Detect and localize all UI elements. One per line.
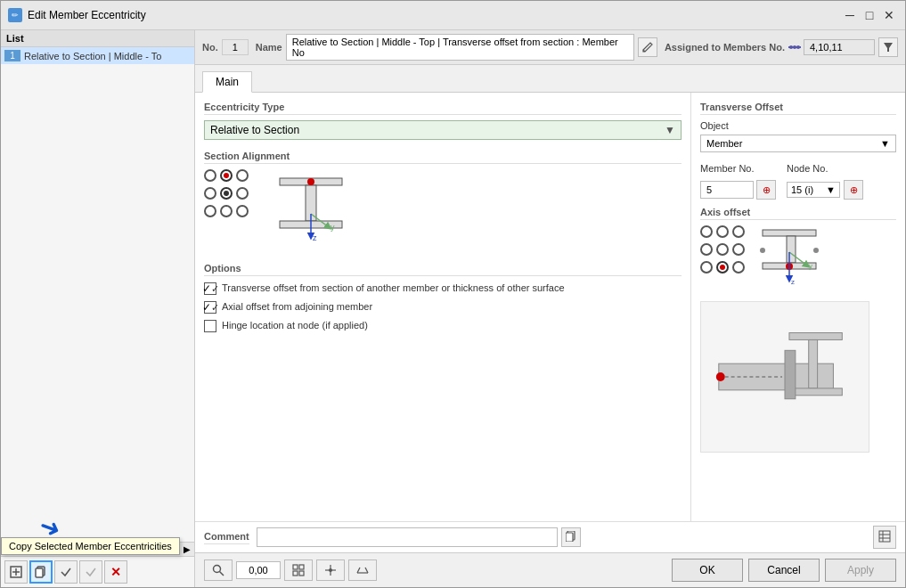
maximize-button[interactable]: □	[861, 6, 878, 24]
svg-rect-32	[785, 350, 796, 398]
checkbox-1[interactable]: ✓	[204, 282, 216, 295]
eccentricity-type-group: Eccentricity Type Relative to Section ▼	[204, 102, 682, 140]
check-button[interactable]	[54, 560, 78, 584]
radio-top-left[interactable]	[204, 169, 216, 182]
radio-bot-center[interactable]	[220, 205, 233, 217]
section-alignment-controls: y z	[204, 169, 682, 252]
axis-radio-mc[interactable]	[716, 243, 729, 256]
svg-rect-29	[789, 333, 842, 340]
object-dropdown[interactable]: Member ▼	[700, 135, 896, 152]
no-label: No.	[202, 42, 218, 53]
list-item[interactable]: 1 Relative to Section | Middle - To	[1, 47, 194, 64]
assigned-input[interactable]: 4,10,11	[804, 39, 875, 55]
comment-copy-button[interactable]	[561, 527, 581, 547]
radio-mid-left[interactable]	[204, 187, 216, 200]
cancel-button[interactable]: Cancel	[748, 559, 820, 582]
checkbox-label-2: Axial offset from adjoining member	[222, 300, 372, 313]
assigned-filter-button[interactable]	[878, 37, 898, 57]
member-no-input[interactable]	[700, 181, 754, 199]
radio-bot-right[interactable]	[236, 205, 249, 217]
new-button[interactable]	[4, 560, 28, 584]
check2-button[interactable]	[79, 560, 102, 584]
apply-button[interactable]: Apply	[825, 559, 896, 582]
member-pick-button[interactable]: ⊕	[756, 180, 776, 200]
content-panel: No. 1 Name Relative to Section | Middle …	[195, 30, 905, 587]
object-label: Object	[700, 120, 896, 131]
search-bottom-button[interactable]	[204, 559, 233, 581]
list-item-text: Relative to Section | Middle - To	[24, 51, 161, 61]
close-button[interactable]: ✕	[880, 6, 898, 24]
main-window: ✏ Edit Member Eccentricity ─ □ ✕ List 1 …	[0, 0, 906, 588]
axis-radio-row-2	[700, 243, 745, 256]
svg-marker-9	[884, 43, 893, 52]
axis-radio-br[interactable]	[732, 261, 745, 274]
checkbox-3[interactable]	[204, 320, 216, 332]
axis-radio-bl[interactable]	[700, 261, 713, 274]
copy-button[interactable]	[29, 560, 53, 584]
axis-radio-mr[interactable]	[732, 243, 745, 256]
axis-radio-tc[interactable]	[716, 225, 729, 238]
node-pick-button[interactable]: ⊕	[844, 180, 863, 200]
delete-button[interactable]: ✕	[104, 560, 127, 584]
radio-top-center[interactable]	[220, 169, 233, 182]
dropdown-arrow-icon: ▼	[665, 124, 675, 136]
measure-button[interactable]	[348, 559, 377, 581]
grid-button[interactable]	[284, 559, 313, 581]
svg-line-52	[365, 568, 368, 573]
axis-radio-tl[interactable]	[700, 225, 713, 238]
bottom-right-buttons: OK Cancel Apply	[672, 559, 896, 582]
copy-tooltip: Copy Selected Member Eccentricities	[1, 537, 180, 555]
radio-mid-center[interactable]	[220, 187, 233, 200]
radio-row-2	[204, 187, 249, 200]
ok-button[interactable]: OK	[672, 559, 743, 582]
tab-main[interactable]: Main	[202, 71, 252, 93]
svg-point-7	[793, 45, 796, 49]
form-left: Eccentricity Type Relative to Section ▼ …	[195, 93, 691, 521]
comment-input[interactable]	[257, 527, 558, 547]
no-input[interactable]: 1	[222, 39, 249, 55]
eccentricity-type-label: Eccentricity Type	[204, 102, 682, 115]
info-bar: No. 1 Name Relative to Section | Middle …	[195, 30, 905, 65]
svg-text:y: y	[809, 262, 812, 270]
table-icon-button[interactable]	[873, 526, 896, 549]
svg-line-51	[357, 568, 360, 573]
title-bar-controls: ─ □ ✕	[841, 6, 898, 24]
svg-point-8	[796, 45, 800, 49]
axis-radio-tr[interactable]	[732, 225, 745, 238]
member-no-field: Member No. ⊕	[700, 163, 776, 200]
minimize-button[interactable]: ─	[841, 6, 859, 24]
checkbox-row-1: ✓ Transverse offset from section of anot…	[204, 282, 682, 295]
snap-button[interactable]	[316, 559, 345, 581]
title-bar: ✏ Edit Member Eccentricity ─ □ ✕	[1, 1, 905, 30]
name-edit-button[interactable]	[638, 37, 657, 57]
radio-row-3	[204, 205, 249, 217]
node-value: 15 (i)	[791, 184, 813, 195]
radio-bot-left[interactable]	[204, 205, 216, 217]
app-icon: ✏	[8, 8, 22, 22]
svg-rect-18	[763, 230, 816, 236]
form-area: Eccentricity Type Relative to Section ▼ …	[195, 93, 905, 521]
section-beam-diagram: y z	[257, 169, 364, 252]
axis-radio-row-1	[700, 225, 745, 238]
comment-bar: Comment	[195, 521, 905, 552]
name-input[interactable]: Relative to Section | Middle - Top | Tra…	[286, 34, 634, 61]
svg-point-22	[760, 248, 765, 253]
svg-text:y: y	[331, 223, 335, 232]
svg-rect-43	[293, 565, 298, 569]
svg-text:z: z	[791, 278, 795, 286]
radio-row-1	[204, 169, 249, 182]
transverse-offset-label: Transverse Offset	[700, 102, 896, 115]
radio-top-right[interactable]	[236, 169, 249, 182]
axis-radio-grid	[700, 225, 745, 274]
radio-mid-right[interactable]	[236, 187, 249, 200]
axis-grid: y z	[700, 225, 896, 292]
axis-radio-ml[interactable]	[700, 243, 713, 256]
axis-radio-bc[interactable]	[716, 261, 729, 274]
radio-grid	[204, 169, 249, 217]
list-scroll-right[interactable]: ▶	[184, 544, 191, 554]
checkbox-2[interactable]: ✓	[204, 301, 216, 314]
eccentricity-type-dropdown[interactable]: Relative to Section ▼	[204, 120, 682, 140]
options-label: Options	[204, 263, 682, 276]
node-dropdown[interactable]: 15 (i) ▼	[787, 182, 840, 198]
axis-offset-section: Axis offset	[700, 207, 896, 292]
